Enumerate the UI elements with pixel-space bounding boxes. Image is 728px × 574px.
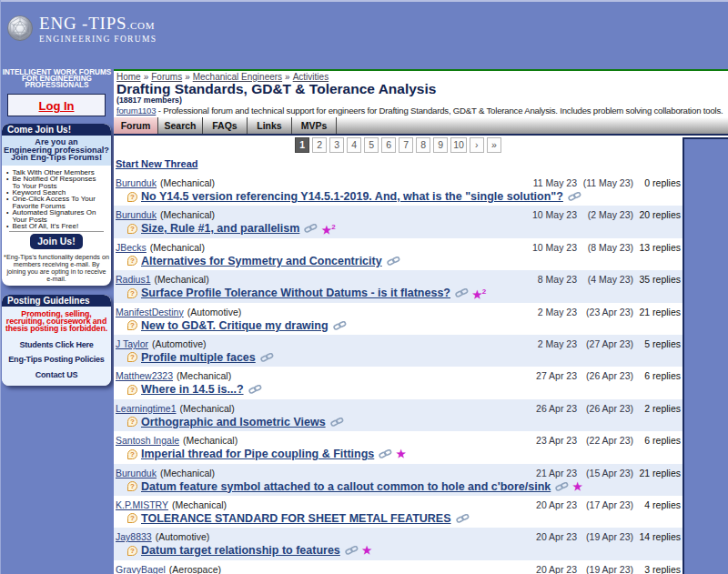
thread-title-link[interactable]: Orthographic and Isometric Views [141, 415, 326, 429]
thread-category: (Automotive) [156, 531, 210, 542]
link-icon [568, 192, 581, 201]
tab-search[interactable]: Search [158, 117, 203, 134]
page-2[interactable]: 2 [312, 137, 327, 153]
guidelines-body: Promoting, selling, recruiting, coursewo… [2, 307, 111, 386]
tab-mvps[interactable]: MVPs [292, 117, 337, 134]
main-content: Home»Forums»Mechanical Engineers»Activit… [114, 69, 728, 574]
thread-title-link[interactable]: No Y14.5 version referencing Y14.5.1-201… [141, 189, 563, 204]
thread-row: Santosh Ingale(Mechanical)23 Apr 23(22 A… [114, 431, 682, 463]
page-7[interactable]: 7 [399, 137, 413, 153]
thread-title-link[interactable]: Datum target relationship to features [141, 543, 340, 558]
join-box: Come Join Us! Are you an Engineering pro… [2, 124, 111, 286]
thread-title-link[interactable]: Surface Profile Tolerance Without Datums… [141, 286, 450, 300]
thread-replies: 35 replies [633, 274, 681, 285]
thread-author[interactable]: ManifestDestiny [116, 307, 184, 317]
thread-replies: 6 replies [633, 370, 681, 381]
tab-bar: ForumSearchFAQsLinksMVPs [114, 117, 728, 136]
question-bubble-icon: ? [127, 385, 137, 395]
thread-replies: 2 replies [633, 403, 681, 414]
thread-title-link[interactable]: New to GD&T. Critique my drawing [141, 318, 329, 333]
thread-replies: 6 replies [633, 435, 681, 446]
logo-suffix: .COM [126, 20, 155, 31]
question-bubble-icon: ? [127, 224, 137, 234]
thread-author[interactable]: Burunduk [116, 177, 157, 188]
page-9[interactable]: 9 [433, 137, 448, 153]
guidelines-link[interactable]: Eng-Tips Posting Policies [3, 355, 110, 364]
thread-replies: 20 replies [633, 209, 681, 220]
thread-author[interactable]: Matthew2323 [116, 370, 173, 381]
thread-category: (Mechanical) [160, 177, 215, 188]
thread-replies: 5 replies [633, 338, 681, 349]
link-icon [387, 257, 400, 266]
page-next[interactable]: › [470, 137, 484, 153]
thread-date: 10 May 23 [532, 242, 577, 253]
thread-title-link[interactable]: Size, Rule #1, and parallelism [141, 221, 299, 236]
join-bullet-item: Best Of All, It's Free! [4, 223, 104, 229]
thread-author[interactable]: GravyBagel [116, 564, 166, 574]
thread-row: Burunduk(Mechanical)21 Apr 23(15 Apr 23)… [114, 464, 682, 496]
thread-last-date: (26 Apr 23) [577, 370, 633, 381]
thread-row: Burunduk(Mechanical)11 May 23(11 May 23)… [114, 174, 682, 206]
thread-author[interactable]: Burunduk [116, 468, 157, 478]
sidebar-tagline: INTELLIGENT WORK FORUMS FOR ENGINEERING … [0, 69, 114, 88]
thread-title-link[interactable]: Imperial thread for Pipe coupling & Fitt… [141, 447, 374, 461]
thread-title-link[interactable]: TOLERANCE STANDARD FOR SHEET METAL FEATU… [141, 511, 451, 526]
guidelines-link[interactable]: Students Click Here [3, 340, 110, 349]
tab-faqs[interactable]: FAQs [203, 117, 248, 134]
tab-forum[interactable]: Forum [114, 117, 158, 134]
thread-last-date: (17 Apr 23) [577, 499, 633, 510]
thread-category: (Aerospace) [169, 564, 221, 574]
page-last[interactable]: » [487, 137, 501, 153]
logo[interactable]: ENG -TIPS.COM ENGINEERING FORUMS [6, 15, 157, 44]
thread-title-link[interactable]: Profile multiple faces [141, 350, 256, 365]
link-icon [379, 449, 392, 458]
page-5[interactable]: 5 [364, 137, 379, 153]
star-icon: ★ [572, 482, 582, 491]
thread-title-link[interactable]: Datum feature symbol attached to a callo… [141, 479, 551, 494]
forum-link[interactable]: forum1103 [116, 106, 156, 116]
page-8[interactable]: 8 [416, 137, 430, 153]
thread-date: 11 May 23 [533, 177, 577, 188]
logo-name: ENG -TIPS [39, 14, 126, 33]
thread-replies: 3 replies [633, 564, 681, 574]
tab-links[interactable]: Links [248, 117, 292, 134]
page-1[interactable]: 1 [295, 137, 309, 153]
thread-author[interactable]: Santosh Ingale [116, 435, 179, 446]
forum-description: forum1103 - Professional forum and techn… [114, 105, 728, 117]
page-4[interactable]: 4 [347, 137, 361, 153]
thread-author[interactable]: Learningtime1 [116, 403, 177, 414]
thread-author[interactable]: Jay8833 [116, 531, 152, 542]
join-bullet-item: One-Click Access To Your Favorite Forums [4, 196, 104, 209]
thread-title-link[interactable]: Alternatives for Symmetry and Concentric… [141, 254, 382, 268]
member-count: (18817 members) [114, 96, 728, 105]
thread-last-date: (11 May 23) [577, 177, 633, 188]
thread-date: 8 May 23 [538, 274, 577, 285]
thread-author[interactable]: Burunduk [116, 209, 157, 220]
thread-row: Jay8833(Automotive)20 Apr 23(19 Apr 23)1… [114, 528, 682, 559]
page-10[interactable]: 10 [450, 137, 467, 153]
thread-title-link[interactable]: Where in 14.5 is...? [141, 382, 244, 397]
logo-text: ENG -TIPS.COM ENGINEERING FORUMS [39, 15, 157, 44]
thread-last-date: (2 May 23) [577, 209, 633, 220]
thread-author[interactable]: J Taylor [116, 338, 148, 349]
question-bubble-icon: ? [127, 417, 137, 427]
star-icon: ★ [362, 546, 372, 555]
join-us-button[interactable]: Join Us! [30, 234, 82, 249]
thread-row: Radius1(Mechanical)8 May 23(4 May 23)35 … [114, 270, 682, 302]
divider [9, 231, 104, 232]
thread-replies: 4 replies [633, 499, 681, 510]
thread-row: GravyBagel(Aerospace)20 Apr 23(19 Apr 23… [114, 560, 682, 574]
window-left-edge [0, 0, 1, 574]
start-new-thread-link[interactable]: Start New Thread [116, 158, 197, 169]
page-3[interactable]: 3 [329, 137, 344, 153]
login-button[interactable]: Log In [7, 94, 106, 116]
page-6[interactable]: 6 [381, 137, 396, 153]
right-panel [682, 137, 728, 574]
question-bubble-icon: ? [127, 256, 137, 266]
thread-date: 21 Apr 23 [536, 468, 577, 478]
thread-author[interactable]: JBecks [116, 242, 147, 253]
thread-author[interactable]: Radius1 [116, 274, 151, 285]
guidelines-link[interactable]: Contact US [3, 370, 110, 379]
join-bullet-list: Talk With Other MembersBe Notified Of Re… [2, 166, 111, 230]
thread-author[interactable]: K.P.MISTRY [116, 499, 168, 510]
